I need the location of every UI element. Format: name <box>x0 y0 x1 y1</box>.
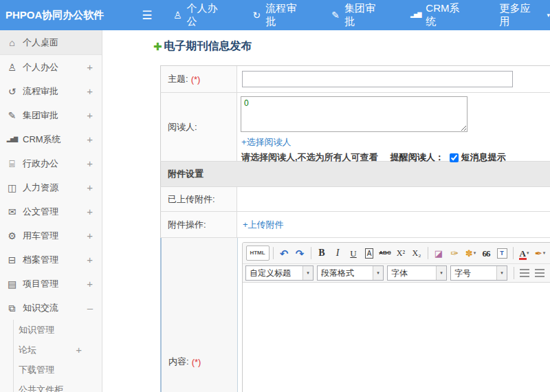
sidebar-item-forum[interactable]: 论坛 + <box>0 340 102 360</box>
uploaded-attachments-value <box>237 187 550 211</box>
top-nav: ♙ 个人办公 ↻ 流程审批 ✎ 集团审批 ▂▅▇ CRM系统 <box>155 2 550 28</box>
sms-remind-label: 短消息提示 <box>461 151 506 164</box>
strikethrough-icon[interactable]: ABC <box>378 246 393 261</box>
workflow-icon: ↺ <box>6 87 18 96</box>
font-family-select[interactable]: 字体▾ <box>387 265 447 281</box>
bold-icon[interactable]: B <box>315 246 329 261</box>
publish-form: 主题: (*) 阅读人: 0 +选择阅读人 请选择阅读人,不选为所 <box>160 65 550 392</box>
select-readers-link[interactable]: +选择阅读人 <box>241 137 292 147</box>
sidebar-item-admin-office[interactable]: ⌸ 行政办公 + <box>0 151 102 175</box>
content-label: 内容: <box>168 356 189 368</box>
user-icon: ♙ <box>6 63 18 72</box>
align-center-icon[interactable] <box>533 266 547 280</box>
edit-icon: ✎ <box>6 111 18 120</box>
subject-input[interactable] <box>242 71 513 87</box>
upload-attachment-link[interactable]: +上传附件 <box>243 219 284 231</box>
attachment-action-label: 附件操作: <box>168 219 206 231</box>
nav-group-approval[interactable]: ✎ 集团审批 <box>331 2 392 28</box>
expand-toggle-icon[interactable]: + <box>87 206 93 217</box>
expand-toggle-icon[interactable]: + <box>76 344 82 356</box>
paragraph-select[interactable]: 段落格式▾ <box>317 265 384 281</box>
add-icon: ✚ <box>153 41 162 53</box>
briefcase-icon: ⌸ <box>6 159 18 168</box>
expand-toggle-icon[interactable]: + <box>87 182 93 193</box>
expand-toggle-icon[interactable]: + <box>87 230 93 241</box>
attachment-action-row: 附件操作: +上传附件 <box>160 212 550 238</box>
italic-icon[interactable]: I <box>331 246 345 261</box>
underline-icon[interactable]: U <box>346 246 361 261</box>
home-icon: ⌂ <box>6 38 18 47</box>
uploaded-attachments-row: 已上传附件: <box>160 187 550 212</box>
style-select[interactable]: 自定义标题▾ <box>245 265 314 281</box>
sms-remind-checkbox[interactable] <box>450 153 459 162</box>
editor-body[interactable] <box>243 283 550 392</box>
menu-toggle-icon[interactable]: ☰ <box>140 8 155 23</box>
book-icon: ◫ <box>6 183 18 193</box>
sidebar-item-archive-management[interactable]: ⊟ 档案管理 + <box>0 248 102 272</box>
expand-toggle-icon[interactable]: + <box>87 157 93 169</box>
subject-row: 主题: (*) <box>160 66 550 93</box>
paste-text-icon[interactable]: T <box>495 246 509 261</box>
expand-toggle-icon[interactable]: + <box>87 133 93 145</box>
car-icon: ⚙ <box>6 231 18 241</box>
workflow-icon: ↻ <box>252 10 261 20</box>
layers-icon: ⧉ <box>6 303 18 313</box>
nav-personal-office[interactable]: ♙ 个人办公 <box>173 2 234 28</box>
sidebar-item-download-management[interactable]: 下载管理 <box>0 360 102 380</box>
highlight-color-icon[interactable]: ✒▾ <box>533 246 547 261</box>
sidebar-item-personal-office[interactable]: ♙ 个人办公 + <box>0 55 102 79</box>
sidebar-item-knowledge-exchange[interactable]: ⧉ 知识交流 – <box>0 296 102 320</box>
source-code-button[interactable]: HTML <box>246 246 270 261</box>
font-color-icon[interactable]: A▾ <box>517 246 531 261</box>
user-icon: ♙ <box>173 10 182 20</box>
sidebar-item-knowledge-management[interactable]: 知识管理 <box>0 320 102 340</box>
expand-toggle-icon[interactable]: – <box>87 302 93 314</box>
sidebar-item-vehicle-management[interactable]: ⚙ 用车管理 + <box>0 224 102 248</box>
nav-crm-system[interactable]: ▂▅▇ CRM系统 <box>410 2 476 28</box>
sidebar-item-document-management[interactable]: ✉ 公文管理 + <box>0 199 102 224</box>
eraser-icon[interactable]: ◪ <box>432 246 446 261</box>
uploaded-attachments-label: 已上传附件: <box>168 193 215 206</box>
format-brush-icon[interactable]: ✑ <box>448 246 462 261</box>
editor-toolbar-row1: HTML ↶ <box>243 243 550 264</box>
expand-toggle-icon[interactable]: + <box>87 61 93 73</box>
expand-toggle-icon[interactable]: + <box>87 278 93 290</box>
project-icon: ▤ <box>6 279 18 289</box>
superscript-icon[interactable]: X² <box>394 246 408 261</box>
sidebar-item-group-approval[interactable]: ✎ 集团审批 + <box>0 103 102 127</box>
sidebar-item-public-file-cabinet[interactable]: 公共文件柜 <box>0 380 102 392</box>
sidebar-item-project-management[interactable]: ▤ 项目管理 + <box>0 272 102 296</box>
sidebar-item-human-resources[interactable]: ◫ 人力资源 + <box>0 175 102 199</box>
page-title-text: 电子期刊信息发布 <box>164 39 252 54</box>
folder-icon: ✉ <box>6 207 18 217</box>
sidebar-item-crm-system[interactable]: ▂▅▇ CRM系统 + <box>0 127 102 151</box>
font-box-icon[interactable]: A <box>362 246 377 261</box>
nav-workflow-approval[interactable]: ↻ 流程审批 <box>252 2 313 28</box>
readers-hint: 请选择阅读人,不选为所有人可查看 <box>241 151 378 164</box>
readers-row: 阅读人: 0 +选择阅读人 请选择阅读人,不选为所有人可查看 提醒阅读人： 短消… <box>160 93 550 162</box>
sidebar-item-personal-desktop[interactable]: ⌂ 个人桌面 <box>0 30 102 55</box>
required-mark: (*) <box>192 357 201 367</box>
font-size-select[interactable]: 字号▾ <box>450 265 507 281</box>
chevron-down-icon: ▾ <box>547 12 550 19</box>
app-logo[interactable]: PHPOA协同办公软件 <box>0 9 140 22</box>
subscript-icon[interactable]: X₂ <box>410 246 424 261</box>
sidebar-item-workflow-approval[interactable]: ↺ 流程审批 + <box>0 79 102 103</box>
page-title: ✚ 电子期刊信息发布 <box>153 39 550 54</box>
attachment-section-header: 附件设置 <box>160 162 550 187</box>
edit-icon: ✎ <box>331 10 340 20</box>
nav-more-apps[interactable]: 更多应用 ▾ <box>495 2 550 28</box>
expand-toggle-icon[interactable]: + <box>87 85 93 97</box>
rich-text-editor: HTML ↶ <box>242 242 550 392</box>
readers-label: 阅读人: <box>168 121 197 133</box>
expand-toggle-icon[interactable]: + <box>87 109 93 121</box>
align-left-icon[interactable] <box>518 266 531 280</box>
quick-format-icon[interactable]: ✽▾ <box>463 246 478 261</box>
expand-toggle-icon[interactable]: + <box>87 254 93 265</box>
blockquote-icon[interactable]: 66 <box>479 246 494 261</box>
redo-icon[interactable]: ↷ <box>293 246 307 261</box>
content-row: 内容: (*) HTML <box>160 238 550 392</box>
undo-icon[interactable]: ↶ <box>277 246 292 261</box>
readers-textarea[interactable]: 0 <box>241 96 468 132</box>
top-header: PHPOA协同办公软件 ☰ ♙ 个人办公 ↻ 流程审批 ✎ 集团审批 ▂▅▇ <box>0 0 550 30</box>
